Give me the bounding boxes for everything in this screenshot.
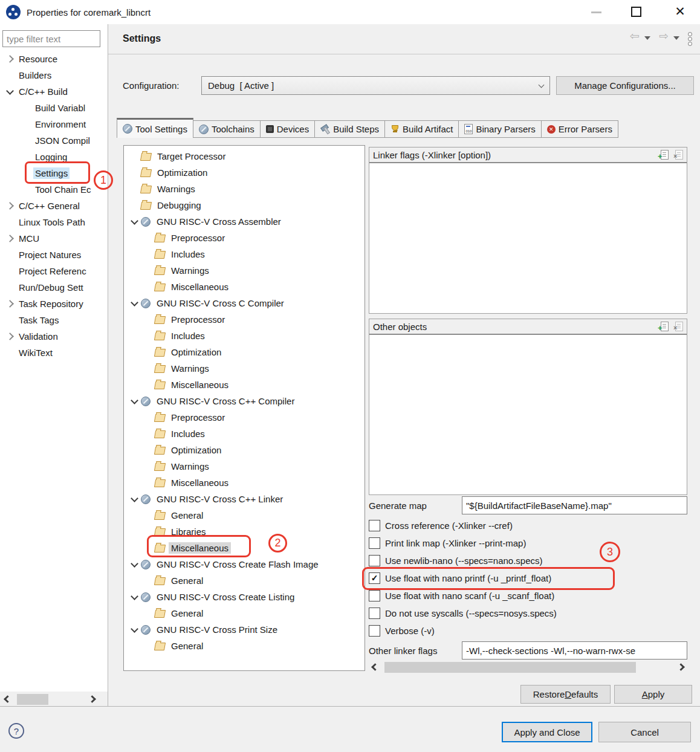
expand-arrow-icon[interactable] [128,563,141,566]
tab-binary-parsers[interactable]: Binary Parsers [458,120,541,138]
delete-icon[interactable]: × [673,322,683,331]
tooltree-item-gnu-risc-v-cross-c-linker[interactable]: GNU RISC-V Cross C++ Linker [124,491,365,507]
checkbox-row-cross-reference-xlinker-cref[interactable]: Cross reference (-Xlinker --cref) [369,517,687,534]
sidebar-item-resource[interactable]: Resource [0,51,108,67]
tooltree-item-preprocessor[interactable]: Preprocessor [124,409,365,426]
forward-arrow-icon[interactable]: ⇨ [659,29,669,43]
expand-arrow-icon[interactable] [128,400,141,403]
sidebar-item-run-debug-sett[interactable]: Run/Debug Sett [0,279,108,296]
other-linker-flags-input[interactable] [462,641,687,660]
sidebar-item-project-natures[interactable]: Project Natures [0,247,108,263]
tooltree-item-miscellaneous[interactable]: Miscellaneous [124,279,365,295]
tooltree-item-gnu-risc-v-cross-assembler[interactable]: GNU RISC-V Cross Assembler [124,213,365,230]
tooltree-item-general[interactable]: General [124,605,365,621]
checkbox[interactable] [369,608,380,619]
sidebar-item-project-referenc[interactable]: Project Referenc [0,263,108,279]
sidebar-item-builders[interactable]: Builders [0,67,108,83]
checkbox[interactable] [369,537,380,549]
tab-build-steps[interactable]: Build Steps [314,120,385,138]
expand-arrow-icon[interactable] [0,301,17,306]
tooltree-item-optimization[interactable]: Optimization [124,164,365,181]
sidebar-item-c-c-build[interactable]: C/C++ Build [0,83,108,100]
checkbox[interactable] [369,625,380,637]
checkbox[interactable] [369,555,380,566]
back-dropdown-icon[interactable] [644,36,650,40]
tab-devices[interactable]: Devices [260,120,315,138]
expand-arrow-icon[interactable] [128,628,141,632]
sidebar-hscrollbar-thumb[interactable] [17,694,48,705]
tooltree-item-gnu-risc-v-cross-print-size[interactable]: GNU RISC-V Cross Print Size [124,621,365,638]
sidebar-item-wikitext[interactable]: WikiText [0,345,108,361]
tooltree-item-gnu-risc-v-cross-c-compiler[interactable]: GNU RISC-V Cross C++ Compiler [124,393,365,409]
configuration-dropdown[interactable]: Debug [ Active ] [201,76,550,95]
tooltree-item-miscellaneous[interactable]: Miscellaneous [124,475,365,491]
sidebar-item-task-repository[interactable]: Task Repository [0,296,108,312]
tooltree-item-debugging[interactable]: Debugging [124,197,365,213]
back-arrow-icon[interactable]: ⇦ [630,29,640,43]
add-icon[interactable]: + [659,322,669,331]
tooltree-item-warnings[interactable]: Warnings [124,458,365,475]
linker-flags-list[interactable] [369,163,687,313]
tooltree-item-gnu-risc-v-cross-create-flash-image[interactable]: GNU RISC-V Cross Create Flash Image [124,556,365,572]
manage-configurations-button[interactable]: Manage Configurations... [556,76,694,95]
tooltree-item-warnings[interactable]: Warnings [124,181,365,197]
expand-arrow-icon[interactable] [128,302,141,305]
minimize-button[interactable] [591,11,601,13]
expand-arrow-icon[interactable] [0,236,17,241]
checkbox-row-do-not-use-syscalls-specs-nosys-specs[interactable]: Do not use syscalls (--specs=nosys.specs… [369,605,687,622]
restore-defaults-button[interactable]: Restore Defaults [520,685,611,704]
expand-arrow-icon[interactable] [0,334,17,339]
sidebar-item-json-compil[interactable]: JSON Compil [0,132,108,149]
generate-map-input[interactable] [462,496,687,514]
view-menu-dots-icon[interactable] [688,31,692,47]
tooltree-item-preprocessor[interactable]: Preprocessor [124,311,365,328]
tooltree-item-gnu-risc-v-cross-c-compiler[interactable]: GNU RISC-V Cross C Compiler [124,295,365,311]
add-icon[interactable]: + [659,150,669,160]
tooltree-item-target-processor[interactable]: Target Processor [124,148,365,164]
tooltree-item-includes[interactable]: Includes [124,328,365,344]
tooltree-item-general[interactable]: General [124,638,365,654]
tab-error-parsers[interactable]: Error Parsers [541,120,618,138]
sidebar-item-mcu[interactable]: MCU [0,230,108,247]
tooltree-item-warnings[interactable]: Warnings [124,360,365,377]
sidebar-item-validation[interactable]: Validation [0,328,108,345]
delete-icon[interactable]: × [673,150,683,160]
sidebar-item-tool-chain-ec[interactable]: Tool Chain Ec [0,181,108,198]
checkbox[interactable] [369,590,380,601]
tooltree-item-optimization[interactable]: Optimization [124,442,365,458]
expand-arrow-icon[interactable] [0,56,17,62]
expand-arrow-icon[interactable] [0,203,17,209]
close-button[interactable]: ✕ [671,2,689,21]
sidebar-item-task-tags[interactable]: Task Tags [0,312,108,328]
help-icon[interactable]: ? [8,723,24,739]
apply-and-close-button[interactable]: Apply and Close [502,722,592,742]
sidebar-item-environment[interactable]: Environment [0,116,108,132]
right-panel-hscrollbar-thumb[interactable] [384,662,636,673]
tab-toolchains[interactable]: Toolchains [193,120,261,138]
sidebar-item-c-c-general[interactable]: C/C++ General [0,198,108,214]
tooltree-item-warnings[interactable]: Warnings [124,262,365,279]
filter-input[interactable] [2,30,100,47]
expand-arrow-icon[interactable] [128,220,141,224]
sidebar-item-linux-tools-path[interactable]: Linux Tools Path [0,214,108,230]
tooltree-item-includes[interactable]: Includes [124,246,365,262]
tab-build-artifact[interactable]: Build Artifact [384,120,459,138]
tooltree-item-includes[interactable]: Includes [124,426,365,442]
tooltree-item-optimization[interactable]: Optimization [124,344,365,360]
tooltree-item-miscellaneous[interactable]: Miscellaneous [124,377,365,393]
tooltree-item-gnu-risc-v-cross-create-listing[interactable]: GNU RISC-V Cross Create Listing [124,589,365,605]
apply-button[interactable]: Apply [614,685,692,704]
forward-dropdown-icon[interactable] [673,36,679,40]
other-objects-list[interactable] [369,335,687,494]
maximize-button[interactable] [631,7,641,17]
expand-arrow-icon[interactable] [0,90,17,94]
expand-arrow-icon[interactable] [128,498,141,501]
sidebar-item-build-variabl[interactable]: Build Variabl [0,100,108,116]
tab-tool-settings[interactable]: Tool Settings [117,118,193,138]
checkbox-row-print-link-map-xlinker-print-map[interactable]: Print link map (-Xlinker --print-map) [369,534,687,552]
checkbox[interactable] [369,520,380,531]
tooltree-item-preprocessor[interactable]: Preprocessor [124,230,365,246]
tooltree-item-general[interactable]: General [124,507,365,523]
expand-arrow-icon[interactable] [128,595,141,599]
cancel-button[interactable]: Cancel [598,722,691,742]
